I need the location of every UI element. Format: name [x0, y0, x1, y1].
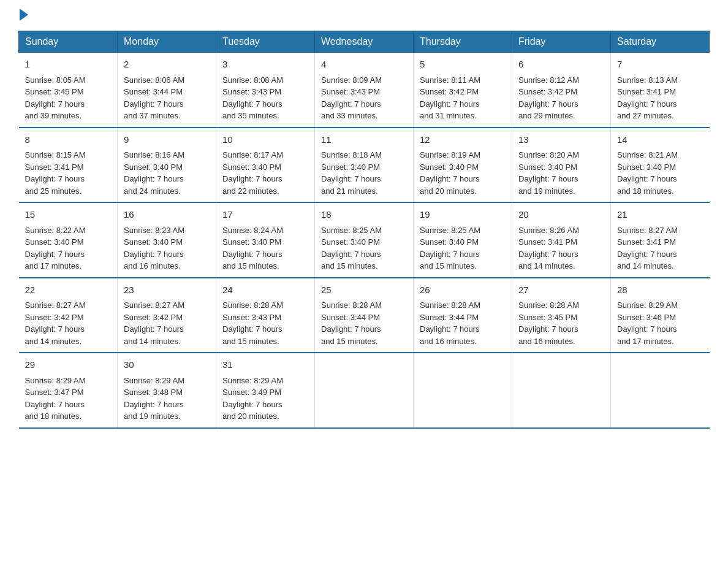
- sunset-info: Sunset: 3:44 PM: [420, 313, 479, 322]
- sunset-info: Sunset: 3:42 PM: [124, 313, 183, 322]
- calendar-cell: 29 Sunrise: 8:29 AM Sunset: 3:47 PM Dayl…: [19, 353, 118, 428]
- day-number: 21: [617, 208, 703, 222]
- day-number: 9: [124, 133, 210, 147]
- sunset-info: Sunset: 3:42 PM: [518, 87, 577, 96]
- calendar-cell: [315, 353, 414, 428]
- calendar-cell: 28 Sunrise: 8:29 AM Sunset: 3:46 PM Dayl…: [611, 278, 710, 353]
- day-number: 1: [25, 58, 112, 72]
- calendar-cell: 21 Sunrise: 8:27 AM Sunset: 3:41 PM Dayl…: [611, 202, 710, 278]
- sunrise-info: Sunrise: 8:25 AM: [420, 226, 480, 235]
- daylight-minutes: and 25 minutes.: [25, 186, 82, 196]
- calendar-cell: 15 Sunrise: 8:22 AM Sunset: 3:40 PM Dayl…: [19, 202, 118, 278]
- calendar-cell: 1 Sunrise: 8:05 AM Sunset: 3:45 PM Dayli…: [19, 53, 118, 128]
- sunset-info: Sunset: 3:48 PM: [124, 388, 183, 397]
- sunrise-info: Sunrise: 8:18 AM: [321, 150, 382, 159]
- sunrise-info: Sunrise: 8:13 AM: [617, 75, 678, 85]
- daylight-info: Daylight: 7 hours: [518, 99, 578, 109]
- day-number: 17: [222, 208, 308, 222]
- daylight-info: Daylight: 7 hours: [222, 174, 282, 183]
- calendar-cell: 20 Sunrise: 8:26 AM Sunset: 3:41 PM Dayl…: [512, 202, 611, 278]
- calendar-cell: 30 Sunrise: 8:29 AM Sunset: 3:48 PM Dayl…: [118, 353, 216, 428]
- daylight-minutes: and 35 minutes.: [222, 111, 279, 120]
- day-number: 22: [25, 283, 112, 297]
- calendar-cell: [414, 353, 512, 428]
- daylight-minutes: and 19 minutes.: [518, 186, 575, 196]
- calendar-cell: 2 Sunrise: 8:06 AM Sunset: 3:44 PM Dayli…: [118, 53, 216, 128]
- daylight-minutes: and 14 minutes.: [25, 337, 82, 346]
- sunset-info: Sunset: 3:46 PM: [617, 313, 676, 322]
- sunrise-info: Sunrise: 8:27 AM: [617, 226, 678, 235]
- daylight-minutes: and 31 minutes.: [420, 111, 477, 120]
- daylight-info: Daylight: 7 hours: [617, 324, 677, 334]
- daylight-minutes: and 17 minutes.: [25, 261, 82, 270]
- weekday-header-wednesday: Wednesday: [315, 31, 414, 53]
- calendar-cell: [611, 353, 710, 428]
- daylight-info: Daylight: 7 hours: [25, 400, 85, 409]
- day-number: 7: [617, 58, 703, 72]
- sunrise-info: Sunrise: 8:29 AM: [124, 376, 184, 385]
- daylight-info: Daylight: 7 hours: [321, 324, 381, 334]
- day-number: 24: [222, 283, 308, 297]
- sunset-info: Sunset: 3:49 PM: [222, 388, 281, 397]
- week-row-1: 1 Sunrise: 8:05 AM Sunset: 3:45 PM Dayli…: [19, 53, 710, 128]
- daylight-info: Daylight: 7 hours: [617, 174, 677, 183]
- calendar-cell: 7 Sunrise: 8:13 AM Sunset: 3:41 PM Dayli…: [611, 53, 710, 128]
- weekday-header-sunday: Sunday: [19, 31, 118, 53]
- sunset-info: Sunset: 3:41 PM: [617, 87, 676, 96]
- sunrise-info: Sunrise: 8:28 AM: [420, 301, 480, 310]
- daylight-minutes: and 18 minutes.: [617, 186, 674, 196]
- day-number: 11: [321, 133, 407, 147]
- day-number: 31: [222, 358, 308, 372]
- sunrise-info: Sunrise: 8:09 AM: [321, 75, 382, 85]
- calendar-cell: 26 Sunrise: 8:28 AM Sunset: 3:44 PM Dayl…: [414, 278, 512, 353]
- logo-arrow-icon: [20, 9, 28, 21]
- calendar-cell: 23 Sunrise: 8:27 AM Sunset: 3:42 PM Dayl…: [118, 278, 216, 353]
- daylight-info: Daylight: 7 hours: [222, 400, 282, 409]
- sunrise-info: Sunrise: 8:23 AM: [124, 226, 184, 235]
- daylight-info: Daylight: 7 hours: [25, 99, 85, 109]
- calendar-cell: 13 Sunrise: 8:20 AM Sunset: 3:40 PM Dayl…: [512, 128, 611, 203]
- sunrise-info: Sunrise: 8:24 AM: [222, 226, 283, 235]
- day-number: 23: [124, 283, 210, 297]
- sunset-info: Sunset: 3:43 PM: [222, 87, 281, 96]
- daylight-info: Daylight: 7 hours: [124, 174, 184, 183]
- daylight-minutes: and 39 minutes.: [25, 111, 82, 120]
- daylight-minutes: and 14 minutes.: [518, 261, 575, 270]
- daylight-info: Daylight: 7 hours: [518, 250, 578, 259]
- sunset-info: Sunset: 3:42 PM: [420, 87, 479, 96]
- sunset-info: Sunset: 3:44 PM: [124, 87, 183, 96]
- calendar-cell: 4 Sunrise: 8:09 AM Sunset: 3:43 PM Dayli…: [315, 53, 414, 128]
- daylight-info: Daylight: 7 hours: [124, 400, 184, 409]
- sunset-info: Sunset: 3:40 PM: [321, 163, 380, 172]
- daylight-minutes: and 15 minutes.: [222, 261, 279, 270]
- sunset-info: Sunset: 3:40 PM: [222, 163, 281, 172]
- calendar-cell: 31 Sunrise: 8:29 AM Sunset: 3:49 PM Dayl…: [216, 353, 315, 428]
- day-number: 19: [420, 208, 506, 222]
- day-number: 25: [321, 283, 407, 297]
- daylight-minutes: and 16 minutes.: [518, 337, 575, 346]
- weekday-header-saturday: Saturday: [611, 31, 710, 53]
- sunrise-info: Sunrise: 8:17 AM: [222, 150, 283, 159]
- day-number: 2: [124, 58, 210, 72]
- day-number: 3: [222, 58, 308, 72]
- weekday-header-row: SundayMondayTuesdayWednesdayThursdayFrid…: [19, 31, 710, 53]
- daylight-minutes: and 15 minutes.: [321, 337, 378, 346]
- sunrise-info: Sunrise: 8:26 AM: [518, 226, 579, 235]
- daylight-minutes: and 33 minutes.: [321, 111, 378, 120]
- sunset-info: Sunset: 3:40 PM: [420, 163, 479, 172]
- week-row-5: 29 Sunrise: 8:29 AM Sunset: 3:47 PM Dayl…: [19, 353, 710, 428]
- week-row-4: 22 Sunrise: 8:27 AM Sunset: 3:42 PM Dayl…: [19, 278, 710, 353]
- sunrise-info: Sunrise: 8:12 AM: [518, 75, 579, 85]
- day-number: 8: [25, 133, 112, 147]
- weekday-header-thursday: Thursday: [414, 31, 512, 53]
- daylight-info: Daylight: 7 hours: [420, 174, 480, 183]
- sunset-info: Sunset: 3:40 PM: [518, 163, 577, 172]
- daylight-info: Daylight: 7 hours: [518, 324, 578, 334]
- page-header: [18, 12, 710, 21]
- day-number: 27: [518, 283, 604, 297]
- day-number: 18: [321, 208, 407, 222]
- sunrise-info: Sunrise: 8:27 AM: [25, 301, 86, 310]
- daylight-minutes: and 20 minutes.: [420, 186, 477, 196]
- daylight-info: Daylight: 7 hours: [420, 99, 480, 109]
- daylight-info: Daylight: 7 hours: [420, 324, 480, 334]
